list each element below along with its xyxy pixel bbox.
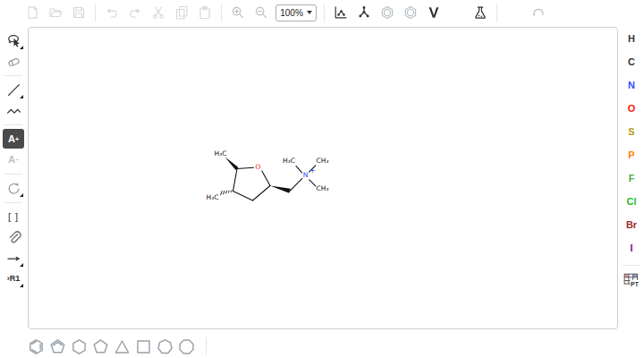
rgroup-button[interactable]: ›R1: [3, 268, 24, 288]
paste-button[interactable]: [194, 2, 216, 23]
atom-button-o[interactable]: O: [620, 98, 643, 118]
charge-plus-glyph: A: [8, 133, 15, 144]
new-document-icon: [25, 5, 39, 20]
template-cyclopentane-button[interactable]: [89, 336, 111, 357]
bond-single-button[interactable]: [3, 80, 24, 99]
clean-up-button[interactable]: [353, 2, 375, 23]
dearomatize-icon: A: [403, 5, 418, 20]
periodic-table-icon: PT: [623, 273, 640, 289]
save-icon: [72, 5, 86, 20]
zoom-out-icon: [254, 5, 268, 20]
brackets-glyph: [ ]: [8, 211, 19, 222]
template-cyclopentadiene-button[interactable]: [47, 336, 68, 357]
reaction-arrow-button[interactable]: [3, 248, 24, 268]
erase-button[interactable]: [3, 51, 24, 71]
check-structure-button[interactable]: [446, 2, 468, 23]
settings-button[interactable]: [551, 2, 572, 23]
pen-icon: [508, 5, 522, 20]
3d-viewer-button[interactable]: 3D: [528, 2, 549, 23]
3d-viewer-icon: 3D: [531, 5, 546, 20]
charge-minus-button[interactable]: A−: [3, 149, 24, 169]
clean-up-icon: [357, 5, 371, 20]
layout-button[interactable]: [330, 2, 352, 23]
stereo-v-icon: [427, 5, 441, 20]
aromatize-button[interactable]: A: [377, 2, 398, 23]
svg-text:?: ?: [582, 7, 588, 17]
atom-label-nitrogen: N: [303, 171, 309, 179]
transform-rotate-button[interactable]: [3, 178, 24, 198]
template-benzene-button[interactable]: [25, 336, 47, 357]
atom-button-br[interactable]: Br: [620, 215, 643, 234]
undo-button[interactable]: [101, 2, 123, 23]
template-toolbar: [0, 335, 644, 358]
template-cyclopropane-button[interactable]: [111, 336, 132, 357]
divider: [221, 4, 222, 21]
atom-label-methyl-top: H₃C: [215, 149, 227, 158]
zoom-value: 100%: [280, 8, 303, 18]
zoom-in-button[interactable]: [227, 2, 249, 23]
divider: [496, 4, 497, 21]
zoom-out-button[interactable]: [250, 2, 272, 23]
layout-icon: [334, 5, 348, 20]
element-toolbar: H C N O S P F Cl Br I PT: [619, 27, 644, 336]
dropdown-corner: [20, 46, 23, 49]
about-button[interactable]: i: [597, 2, 619, 23]
calculated-values-button[interactable]: [470, 2, 491, 23]
attachment-point-button[interactable]: [3, 227, 24, 247]
system-group: 3D: [491, 2, 619, 23]
divider: [206, 337, 207, 355]
redo-button[interactable]: [124, 2, 146, 23]
template-cycloheptane-button[interactable]: [154, 336, 175, 357]
molecular-editor-app: 100%: [0, 0, 644, 358]
atom-button-s[interactable]: S: [620, 122, 643, 141]
template-cyclobutane-button[interactable]: [132, 336, 154, 357]
atom-button-f[interactable]: F: [620, 168, 643, 188]
template-library-button[interactable]: [216, 336, 237, 357]
chain-icon: [6, 103, 21, 118]
check-icon: [450, 5, 464, 20]
copy-icon: [174, 5, 189, 20]
cycloheptane-icon: [157, 338, 174, 355]
dropdown-corner: [20, 193, 23, 197]
open-button[interactable]: [45, 2, 66, 23]
periodic-table-button[interactable]: PT: [621, 271, 642, 291]
atom-button-cl[interactable]: Cl: [620, 192, 643, 211]
molecule[interactable]: H₃C H₃C O N + H₃C CH₃ CH₃: [198, 140, 345, 216]
arrow-right-icon: [6, 251, 21, 266]
lasso-select-icon: [6, 33, 21, 48]
template-cyclooctane-button[interactable]: [175, 336, 197, 357]
atom-button-i[interactable]: I: [620, 238, 643, 258]
atom-button-p[interactable]: P: [620, 145, 643, 165]
svg-text:i: i: [607, 7, 610, 17]
atom-button-n[interactable]: N: [620, 75, 643, 95]
divider: [95, 4, 96, 21]
charge-minus-glyph: A: [8, 154, 15, 165]
select-lasso-button[interactable]: [3, 30, 24, 50]
sgroup-brackets-button[interactable]: [ ]: [3, 207, 24, 226]
cyclohexane-icon: [71, 338, 88, 355]
undo-icon: [105, 5, 119, 20]
drawing-canvas[interactable]: H₃C H₃C O N + H₃C CH₃ CH₃: [28, 27, 618, 329]
cyclooctane-icon: [178, 338, 195, 355]
dearomatize-button[interactable]: A: [400, 2, 421, 23]
info-icon: i: [601, 5, 615, 20]
template-cyclohexane-button[interactable]: [68, 336, 89, 357]
chevron-down-icon: [307, 11, 312, 14]
stereochemistry-button[interactable]: [423, 2, 445, 23]
template-library-icon: [218, 338, 235, 355]
atom-button-h[interactable]: H: [620, 29, 643, 48]
copy-button[interactable]: [171, 2, 192, 23]
cut-button[interactable]: [148, 2, 169, 23]
help-icon: ?: [578, 5, 592, 20]
new-document-button[interactable]: [21, 2, 43, 23]
help-button[interactable]: ?: [574, 2, 596, 23]
save-button[interactable]: [68, 2, 89, 23]
charge-plus-button[interactable]: A+: [3, 129, 24, 149]
open-folder-icon: [48, 5, 63, 20]
atom-button-c[interactable]: C: [620, 52, 643, 72]
zoom-select[interactable]: 100%: [275, 4, 317, 21]
edit-pen-button[interactable]: [504, 2, 526, 23]
flask-icon: [473, 5, 487, 20]
chain-button[interactable]: [3, 100, 24, 120]
redo-icon: [128, 5, 142, 20]
